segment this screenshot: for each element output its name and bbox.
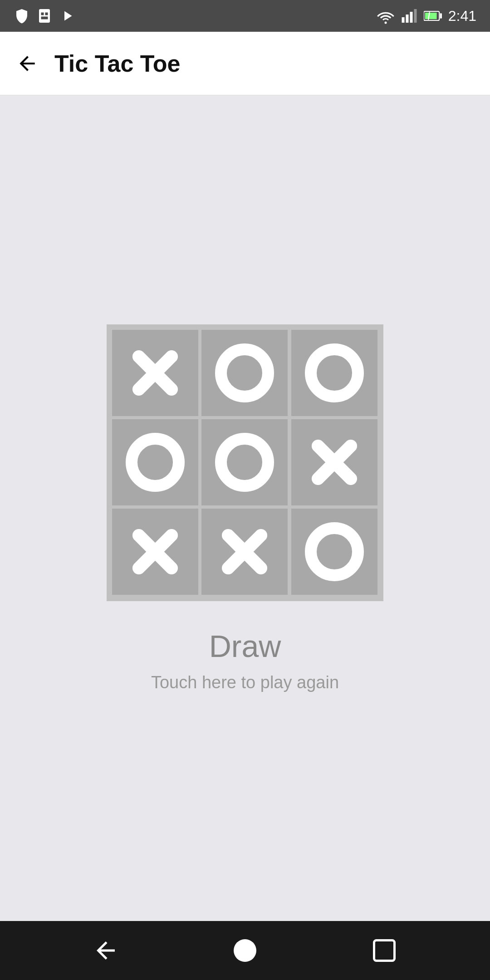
o-mark: [305, 343, 364, 402]
status-time: 2:41: [448, 8, 476, 24]
nav-home-button[interactable]: [229, 935, 261, 966]
shield-icon: [14, 8, 30, 24]
cell-0-0[interactable]: [112, 330, 198, 416]
nav-back-button[interactable]: [90, 935, 122, 966]
svg-rect-7: [410, 12, 412, 23]
nav-recent-button[interactable]: [368, 935, 400, 966]
svg-rect-8: [414, 9, 416, 23]
result-text: Draw: [209, 628, 281, 664]
o-mark: [215, 343, 274, 402]
x-mark: [126, 343, 185, 402]
sim-icon: [36, 8, 53, 24]
svg-point-4: [384, 22, 387, 24]
game-status: Draw Touch here to play again: [151, 628, 339, 692]
play-again-text[interactable]: Touch here to play again: [151, 673, 339, 692]
svg-rect-5: [402, 17, 404, 23]
nav-recent-icon: [371, 937, 398, 964]
main-content: Draw Touch here to play again: [0, 95, 490, 921]
cell-2-1[interactable]: [201, 509, 288, 595]
x-mark: [215, 522, 274, 581]
cell-2-0[interactable]: [112, 509, 198, 595]
nav-back-icon: [92, 937, 119, 964]
signal-icon: [401, 8, 417, 24]
back-arrow-icon: [16, 52, 39, 75]
cell-0-2[interactable]: [291, 330, 377, 416]
cell-2-2[interactable]: [291, 509, 377, 595]
cell-1-0[interactable]: [112, 419, 198, 505]
svg-rect-10: [440, 13, 441, 18]
cell-0-1[interactable]: [201, 330, 288, 416]
app-title: Tic Tac Toe: [54, 50, 180, 77]
battery-icon: [424, 8, 442, 24]
wifi-icon: [377, 8, 395, 24]
svg-rect-1: [41, 13, 44, 15]
cell-1-2[interactable]: [291, 419, 377, 505]
svg-point-13: [234, 939, 256, 962]
o-mark: [305, 522, 364, 581]
status-bar: 2:41: [0, 0, 490, 32]
svg-rect-3: [41, 17, 48, 20]
o-mark: [215, 433, 274, 492]
back-button[interactable]: [14, 50, 41, 77]
status-bar-left: [14, 8, 75, 24]
nav-bar: [0, 921, 490, 980]
play-icon: [59, 8, 75, 24]
cell-1-1[interactable]: [201, 419, 288, 505]
svg-rect-2: [45, 13, 48, 15]
o-mark: [126, 433, 185, 492]
x-mark: [305, 433, 364, 492]
status-bar-right: 2:41: [377, 8, 476, 24]
app-bar: Tic Tac Toe: [0, 32, 490, 95]
x-mark: [126, 522, 185, 581]
svg-rect-11: [425, 13, 437, 19]
svg-rect-0: [39, 9, 50, 23]
svg-rect-14: [374, 941, 394, 961]
game-board[interactable]: [107, 324, 383, 601]
nav-home-icon: [231, 937, 259, 964]
svg-rect-6: [406, 15, 408, 23]
